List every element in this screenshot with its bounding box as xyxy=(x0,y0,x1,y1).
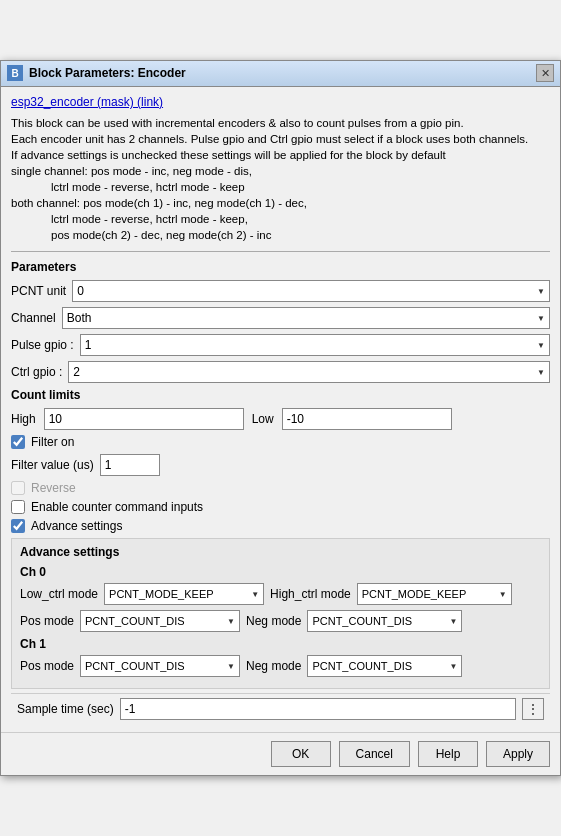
desc-line4: single channel: pos mode - inc, neg mode… xyxy=(11,163,550,179)
content-area: esp32_encoder (mask) (link) This block c… xyxy=(1,87,560,733)
desc-line1: This block can be used with incremental … xyxy=(11,115,550,131)
title-bar: B Block Parameters: Encoder ✕ xyxy=(1,61,560,87)
ctrl-gpio-dropdown[interactable]: 2 ▼ xyxy=(68,361,550,383)
channel-value: Both xyxy=(67,311,92,325)
apply-button[interactable]: Apply xyxy=(486,741,550,767)
advance-settings-section: Advance settings Ch 0 Low_ctrl mode PCNT… xyxy=(11,538,550,689)
pcnt-unit-dropdown[interactable]: 0 ▼ xyxy=(72,280,550,302)
ch0-label: Ch 0 xyxy=(20,565,541,579)
reverse-row: Reverse xyxy=(11,481,550,495)
window-icon: B xyxy=(7,65,23,81)
high-ctrl-dropdown[interactable]: PCNT_MODE_KEEP ▼ xyxy=(357,583,512,605)
filter-value-label: Filter value (us) xyxy=(11,458,94,472)
neg-mode-ch0-value: PCNT_COUNT_DIS xyxy=(312,615,412,627)
desc-line7: lctrl mode - reverse, hctrl mode - keep, xyxy=(11,211,550,227)
ch1-label: Ch 1 xyxy=(20,637,541,651)
description-block: This block can be used with incremental … xyxy=(11,115,550,253)
help-button[interactable]: Help xyxy=(418,741,478,767)
advance-settings-checkbox[interactable] xyxy=(11,519,25,533)
low-ctrl-value: PCNT_MODE_KEEP xyxy=(109,588,214,600)
dots-button[interactable]: ⋮ xyxy=(522,698,544,720)
ch0-mode-row: Pos mode PCNT_COUNT_DIS ▼ Neg mode PCNT_… xyxy=(20,610,541,632)
advance-settings-check-label: Advance settings xyxy=(31,519,122,533)
filter-on-label: Filter on xyxy=(31,435,74,449)
filter-on-row: Filter on xyxy=(11,435,550,449)
window-title: Block Parameters: Encoder xyxy=(29,66,186,80)
neg-mode-ch0-label: Neg mode xyxy=(246,614,301,628)
pcnt-unit-value: 0 xyxy=(77,284,84,298)
pos-mode-ch0-label: Pos mode xyxy=(20,614,74,628)
count-limits-label: Count limits xyxy=(11,388,550,402)
low-ctrl-arrow: ▼ xyxy=(251,590,259,599)
high-ctrl-arrow: ▼ xyxy=(499,590,507,599)
pos-mode-ch1-label: Pos mode xyxy=(20,659,74,673)
pulse-gpio-arrow: ▼ xyxy=(537,341,545,350)
high-label: High xyxy=(11,412,36,426)
pos-mode-ch1-arrow: ▼ xyxy=(227,662,235,671)
ctrl-gpio-label: Ctrl gpio : xyxy=(11,365,62,379)
channel-label: Channel xyxy=(11,311,56,325)
sample-time-label: Sample time (sec) xyxy=(17,702,114,716)
close-button[interactable]: ✕ xyxy=(536,64,554,82)
pulse-gpio-label: Pulse gpio : xyxy=(11,338,74,352)
pos-mode-ch1-value: PCNT_COUNT_DIS xyxy=(85,660,185,672)
desc-line8: pos mode(ch 2) - dec, neg mode(ch 2) - i… xyxy=(11,227,550,243)
sample-time-input[interactable] xyxy=(120,698,516,720)
filter-value-input[interactable] xyxy=(100,454,160,476)
ctrl-mode-row: Low_ctrl mode PCNT_MODE_KEEP ▼ High_ctrl… xyxy=(20,583,541,605)
ctrl-gpio-arrow: ▼ xyxy=(537,368,545,377)
title-bar-left: B Block Parameters: Encoder xyxy=(7,65,186,81)
pos-mode-ch0-arrow: ▼ xyxy=(227,617,235,626)
ok-button[interactable]: OK xyxy=(271,741,331,767)
low-label: Low xyxy=(252,412,274,426)
pulse-gpio-dropdown[interactable]: 1 ▼ xyxy=(80,334,550,356)
cancel-button[interactable]: Cancel xyxy=(339,741,410,767)
pulse-gpio-row: Pulse gpio : 1 ▼ xyxy=(11,334,550,356)
ch1-mode-row: Pos mode PCNT_COUNT_DIS ▼ Neg mode PCNT_… xyxy=(20,655,541,677)
neg-mode-ch1-dropdown[interactable]: PCNT_COUNT_DIS ▼ xyxy=(307,655,462,677)
channel-dropdown[interactable]: Both ▼ xyxy=(62,307,550,329)
pos-mode-ch0-dropdown[interactable]: PCNT_COUNT_DIS ▼ xyxy=(80,610,240,632)
mask-link[interactable]: esp32_encoder (mask) (link) xyxy=(11,95,163,109)
neg-mode-ch0-dropdown[interactable]: PCNT_COUNT_DIS ▼ xyxy=(307,610,462,632)
ctrl-gpio-row: Ctrl gpio : 2 ▼ xyxy=(11,361,550,383)
neg-mode-ch1-value: PCNT_COUNT_DIS xyxy=(312,660,412,672)
count-limits-row: High Low xyxy=(11,408,550,430)
neg-mode-ch1-label: Neg mode xyxy=(246,659,301,673)
button-bar: OK Cancel Help Apply xyxy=(1,732,560,775)
sample-time-row: Sample time (sec) ⋮ xyxy=(11,693,550,724)
reverse-checkbox[interactable] xyxy=(11,481,25,495)
low-input[interactable] xyxy=(282,408,452,430)
enable-counter-row: Enable counter command inputs xyxy=(11,500,550,514)
desc-line5: lctrl mode - reverse, hctrl mode - keep xyxy=(11,179,550,195)
icon-label: B xyxy=(11,68,18,79)
low-ctrl-dropdown[interactable]: PCNT_MODE_KEEP ▼ xyxy=(104,583,264,605)
pcnt-unit-arrow: ▼ xyxy=(537,287,545,296)
enable-counter-checkbox[interactable] xyxy=(11,500,25,514)
high-ctrl-label: High_ctrl mode xyxy=(270,587,351,601)
neg-mode-ch0-arrow: ▼ xyxy=(449,617,457,626)
neg-mode-ch1-arrow: ▼ xyxy=(449,662,457,671)
pos-mode-ch0-value: PCNT_COUNT_DIS xyxy=(85,615,185,627)
advance-settings-check-row: Advance settings xyxy=(11,519,550,533)
reverse-label: Reverse xyxy=(31,481,76,495)
channel-row: Channel Both ▼ xyxy=(11,307,550,329)
desc-line2: Each encoder unit has 2 channels. Pulse … xyxy=(11,131,550,147)
low-ctrl-label: Low_ctrl mode xyxy=(20,587,98,601)
filter-on-checkbox[interactable] xyxy=(11,435,25,449)
high-ctrl-value: PCNT_MODE_KEEP xyxy=(362,588,467,600)
pulse-gpio-value: 1 xyxy=(85,338,92,352)
pcnt-unit-row: PCNT unit 0 ▼ xyxy=(11,280,550,302)
pcnt-unit-label: PCNT unit xyxy=(11,284,66,298)
channel-arrow: ▼ xyxy=(537,314,545,323)
ctrl-gpio-value: 2 xyxy=(73,365,80,379)
parameters-label: Parameters xyxy=(11,260,550,274)
enable-counter-label: Enable counter command inputs xyxy=(31,500,203,514)
main-window: B Block Parameters: Encoder ✕ esp32_enco… xyxy=(0,60,561,777)
pos-mode-ch1-dropdown[interactable]: PCNT_COUNT_DIS ▼ xyxy=(80,655,240,677)
advance-settings-title: Advance settings xyxy=(20,545,541,559)
filter-value-row: Filter value (us) xyxy=(11,454,550,476)
high-input[interactable] xyxy=(44,408,244,430)
desc-line3: If advance settings is unchecked these s… xyxy=(11,147,550,163)
desc-line6: both channel: pos mode(ch 1) - inc, neg … xyxy=(11,195,550,211)
